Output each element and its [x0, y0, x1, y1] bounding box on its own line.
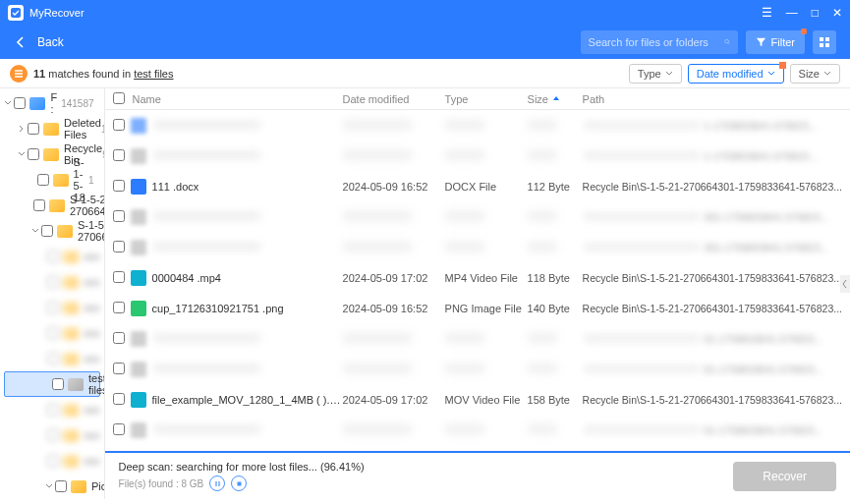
tree-item[interactable]: F :141587: [0, 90, 104, 116]
tree-item[interactable]: S-1-5-21-2706643...9531: [0, 218, 104, 244]
sort-badge-icon: [779, 62, 786, 69]
select-all-checkbox[interactable]: [113, 92, 125, 104]
menu-icon[interactable]: ☰: [762, 6, 772, 20]
filter-button[interactable]: Filter: [746, 30, 805, 54]
file-type: [445, 364, 528, 375]
file-name: [152, 241, 343, 253]
tree-checkbox[interactable]: [47, 353, 59, 364]
back-button[interactable]: Back: [14, 35, 64, 49]
tree-checkbox[interactable]: [47, 302, 59, 313]
row-checkbox[interactable]: [113, 363, 125, 374]
folder-icon: [63, 404, 79, 417]
tree-checkbox[interactable]: [28, 148, 39, 160]
row-checkbox[interactable]: [113, 149, 125, 161]
list-icon: [10, 65, 28, 83]
pause-button[interactable]: [209, 476, 225, 491]
row-checkbox[interactable]: [113, 119, 125, 131]
tree-checkbox[interactable]: [37, 174, 49, 186]
tree-checkbox[interactable]: [47, 455, 59, 467]
search-input[interactable]: [589, 36, 724, 48]
tree-checkbox[interactable]: [33, 199, 45, 211]
tree-item[interactable]: xxx: [0, 269, 104, 295]
tree-item[interactable]: S-1-5-21-2706643...1: [0, 193, 104, 218]
file-row[interactable]: 0000484 .mp42024-05-09 17:02MP4 Video Fi…: [105, 262, 850, 293]
tree-checkbox[interactable]: [55, 480, 67, 492]
tree-item[interactable]: xxx: [0, 346, 104, 371]
tree-checkbox[interactable]: [47, 276, 59, 288]
expand-icon[interactable]: [4, 99, 12, 107]
file-size: [528, 333, 583, 345]
tree-checkbox[interactable]: [47, 251, 59, 262]
expand-icon[interactable]: [18, 125, 26, 133]
tree-item[interactable]: xxx: [0, 320, 104, 346]
recover-button[interactable]: Recover: [733, 462, 836, 491]
file-row[interactable]: 01-1759833641-576823...: [105, 415, 850, 445]
tree-checkbox[interactable]: [47, 404, 59, 416]
row-checkbox[interactable]: [113, 393, 125, 405]
tree-item[interactable]: xxx: [0, 244, 104, 269]
tree-label: xxx: [84, 353, 100, 364]
tree-checkbox[interactable]: [47, 327, 59, 339]
app-logo-icon: [8, 5, 24, 21]
tree-label: Deleted Files: [64, 117, 101, 140]
expand-icon[interactable]: [45, 482, 53, 490]
tree-item[interactable]: Deleted Files131057: [0, 116, 104, 141]
tree-item[interactable]: S-1-5-181: [0, 167, 104, 193]
tree-checkbox[interactable]: [47, 429, 59, 441]
collapse-panel-button[interactable]: [840, 275, 850, 293]
file-row[interactable]: 301-1759833641-576823...: [105, 201, 850, 232]
row-checkbox[interactable]: [113, 423, 125, 435]
col-name[interactable]: Name: [127, 93, 343, 105]
maximize-icon[interactable]: □: [812, 6, 819, 20]
file-date: 2024-05-09 16:52: [343, 181, 445, 193]
tree-item[interactable]: xxx: [0, 448, 104, 474]
col-path[interactable]: Path: [583, 93, 850, 105]
row-checkbox[interactable]: [113, 180, 125, 192]
folder-tree: F :141587Deleted Files131057Recycle Bin9…: [0, 90, 104, 499]
col-date[interactable]: Date modified: [343, 93, 445, 105]
file-date: [343, 424, 445, 436]
minimize-icon[interactable]: —: [786, 6, 798, 20]
tree-item[interactable]: xxx: [0, 397, 104, 422]
row-checkbox[interactable]: [113, 210, 125, 222]
file-row[interactable]: 01-1759833641-576823...: [105, 323, 850, 354]
svg-rect-5: [825, 43, 829, 47]
file-row[interactable]: 01-1759833641-576823...: [105, 354, 850, 384]
tree-item[interactable]: xxx: [0, 422, 104, 448]
tree-item[interactable]: Pictures190: [0, 474, 104, 499]
tree-checkbox[interactable]: [52, 378, 64, 390]
col-type[interactable]: Type: [445, 93, 528, 105]
file-row[interactable]: 301-1759833641-576823...: [105, 232, 850, 262]
file-row[interactable]: 1-1759833641-576823...: [105, 140, 850, 171]
file-row[interactable]: 111 .docx2024-05-09 16:52DOCX File112 By…: [105, 171, 850, 201]
sort-date-button[interactable]: Date modified: [688, 64, 784, 84]
row-checkbox[interactable]: [113, 241, 125, 252]
tree-item[interactable]: xxx: [0, 295, 104, 320]
tree-checkbox[interactable]: [41, 225, 53, 237]
row-checkbox[interactable]: [113, 271, 125, 283]
row-checkbox[interactable]: [113, 302, 125, 313]
tree-item[interactable]: test files11: [4, 371, 100, 397]
tree-checkbox[interactable]: [28, 123, 39, 135]
expand-icon[interactable]: [31, 227, 39, 235]
tree-checkbox[interactable]: [14, 97, 26, 109]
tree-label: F :: [50, 91, 61, 115]
tree-label: Pictures: [91, 480, 105, 492]
file-row[interactable]: 1-1759833641-576823...: [105, 110, 850, 140]
sort-size-button[interactable]: Size: [790, 64, 840, 84]
close-icon[interactable]: ✕: [832, 6, 842, 20]
col-size[interactable]: Size: [528, 93, 583, 105]
search-box[interactable]: [581, 30, 738, 54]
stop-button[interactable]: [231, 476, 247, 491]
grid-view-button[interactable]: [813, 30, 836, 54]
file-type: MP4 Video File: [445, 272, 528, 284]
expand-icon[interactable]: [18, 150, 26, 158]
sort-type-button[interactable]: Type: [629, 64, 682, 84]
file-row[interactable]: file_example_MOV_1280_1_4MB ( ).mov2024-…: [105, 384, 850, 415]
row-checkbox[interactable]: [113, 332, 125, 344]
folder-icon: [63, 327, 79, 340]
file-row[interactable]: cup_17126310921751 .png2024-05-09 16:52P…: [105, 293, 850, 323]
file-type: [445, 424, 528, 436]
file-name: [152, 332, 343, 345]
file-path: 01-1759833641-576823...: [583, 364, 850, 375]
